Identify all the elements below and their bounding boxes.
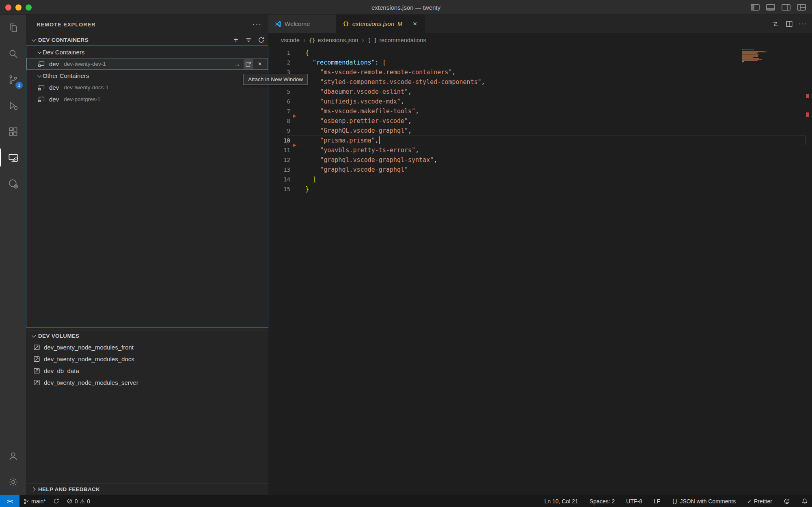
indentation-item[interactable]: Spaces: 2 <box>590 495 615 507</box>
code-line[interactable]: 14 ] <box>268 175 812 184</box>
sidebar-remote-explorer: REMOTE EXPLORER ··· DEV CONTAINERS + Dev… <box>26 15 268 495</box>
open-changes-icon[interactable] <box>770 18 781 30</box>
run-debug-icon[interactable] <box>0 93 26 119</box>
section-header-dev-containers[interactable]: DEV CONTAINERS + <box>26 34 268 45</box>
filter-icon[interactable] <box>244 35 253 45</box>
section-header-dev-volumes[interactable]: DEV VOLUMES <box>26 330 268 341</box>
code-line[interactable]: 1{ <box>268 48 812 58</box>
attach-in-new-window-icon[interactable] <box>244 59 253 69</box>
toggle-secondary-sidebar-icon[interactable] <box>781 2 791 12</box>
overview-ruler-mark[interactable] <box>806 94 809 98</box>
code-line[interactable]: 3 "ms-vscode-remote.remote-containers", <box>268 67 812 77</box>
code-line[interactable]: 2 "recommendations": [ <box>268 58 812 67</box>
settings-gear-icon[interactable] <box>0 469 26 495</box>
code-line[interactable]: 9 "GraphQL.vscode-graphql", <box>268 126 812 136</box>
line-number: 1 <box>268 48 290 58</box>
encoding-item[interactable]: UTF-8 <box>626 495 642 507</box>
container-name: dev <box>49 96 59 103</box>
check-icon: ✓ <box>747 498 752 505</box>
code-editor[interactable]: 1{2 "recommendations": [3 "ms-vscode-rem… <box>268 47 812 495</box>
section-header-help-and-feedback[interactable]: HELP AND FEEDBACK <box>26 483 268 495</box>
volume-item[interactable]: dev_twenty_node_modules_server <box>26 377 268 388</box>
volume-item[interactable]: dev_twenty_node_modules_front <box>26 341 268 353</box>
overview-ruler-mark[interactable] <box>806 112 809 117</box>
extensions-icon[interactable] <box>0 119 26 145</box>
code-line[interactable]: 12 "graphql.vscode-graphql-syntax", <box>268 155 812 165</box>
eol-item[interactable]: LF <box>654 495 660 507</box>
formatter-label: Prettier <box>754 498 772 505</box>
tab-bar: Welcome {} extensions.json M × ··· <box>268 15 812 33</box>
tree-group-dev-containers[interactable]: Dev Containers <box>26 46 268 58</box>
line-number: 11 <box>268 145 290 155</box>
toggle-primary-sidebar-icon[interactable] <box>750 2 760 12</box>
tree-item-dev-twenty-dev-1[interactable]: dev dev-twenty-dev-1 → × <box>26 58 268 70</box>
tab-extensions-json[interactable]: {} extensions.json M × <box>337 15 425 33</box>
code-line[interactable]: 11 "yoavbls.pretty-ts-errors", <box>268 145 812 155</box>
problems-item[interactable]: 0 ⚠ 0 <box>63 495 94 507</box>
container-description: dev-twenty-dev-1 <box>64 61 106 67</box>
code-line[interactable]: 8 "esbenp.prettier-vscode", <box>268 116 812 126</box>
breadcrumb-folder[interactable]: .vscode <box>279 37 300 43</box>
code-line[interactable]: 7 "ms-vscode.makefile-tools", <box>268 106 812 116</box>
container-description: dev-twenty-docs-1 <box>64 84 108 91</box>
code-line[interactable]: 13 "graphql.vscode-graphql" <box>268 165 812 175</box>
breadcrumbs: .vscode › {} extensions.json › [ ] recom… <box>268 33 812 47</box>
toggle-panel-icon[interactable] <box>766 2 775 12</box>
warnings-count: 0 <box>87 498 90 505</box>
volume-item[interactable]: dev_twenty_node_modules_docs <box>26 353 268 365</box>
code-line[interactable]: 6 "unifiedjs.vscode-mdx", <box>268 97 812 106</box>
split-editor-icon[interactable] <box>784 18 795 30</box>
accounts-icon[interactable] <box>0 443 26 469</box>
git-branch-item[interactable]: main* <box>19 495 50 507</box>
code-line[interactable]: 4 "styled-components.vscode-styled-compo… <box>268 77 812 87</box>
volume-icon <box>33 356 41 362</box>
section-label: HELP AND FEEDBACK <box>38 486 100 492</box>
source-control-icon[interactable]: 1 <box>0 67 26 93</box>
feedback-icon[interactable] <box>784 495 790 507</box>
breadcrumb-symbol[interactable]: recommendations <box>379 37 426 43</box>
remote-indicator[interactable]: >< <box>0 495 19 507</box>
language-mode-item[interactable]: {} JSON with Comments <box>672 495 736 507</box>
container-name: dev <box>49 84 59 91</box>
git-deleted-marker[interactable] <box>293 114 296 118</box>
customize-layout-icon[interactable] <box>797 2 806 12</box>
branch-name: main* <box>31 498 46 505</box>
tree-group-other-containers[interactable]: Other Containers <box>26 70 268 82</box>
volume-item[interactable]: dev_db_data <box>26 365 268 377</box>
volume-icon <box>33 379 41 386</box>
attach-to-container-icon[interactable]: → <box>232 59 242 69</box>
cursor-position-item[interactable]: Ln 10, Col 21 <box>544 495 578 507</box>
line-number: 12 <box>268 155 290 165</box>
sync-changes-item[interactable] <box>50 495 63 507</box>
new-dev-container-icon[interactable]: + <box>231 35 241 45</box>
search-icon[interactable] <box>0 41 26 67</box>
containers-icon[interactable] <box>0 170 26 196</box>
remote-explorer-icon[interactable] <box>0 145 26 170</box>
json-icon: {} <box>309 37 315 43</box>
code-line[interactable]: 10 "prisma.prisma", <box>268 136 812 145</box>
refresh-icon[interactable] <box>256 35 266 45</box>
git-deleted-marker[interactable] <box>293 143 296 147</box>
line-number: 13 <box>268 165 290 175</box>
breadcrumb-file[interactable]: extensions.json <box>317 37 358 43</box>
minimap[interactable] <box>742 47 771 63</box>
more-actions-icon[interactable]: ··· <box>253 15 262 34</box>
more-actions-icon[interactable]: ··· <box>797 18 809 30</box>
warnings-icon: ⚠ <box>80 498 85 504</box>
code-line[interactable]: 15} <box>268 184 812 194</box>
vscode-logo-icon <box>274 20 281 27</box>
tab-welcome[interactable]: Welcome <box>268 15 337 33</box>
tree-item-dev-twenty-docs-1[interactable]: dev dev-twenty-docs-1 <box>26 82 268 93</box>
line-number: 14 <box>268 175 290 184</box>
stop-container-icon[interactable]: × <box>255 59 265 69</box>
section-label: DEV VOLUMES <box>38 333 80 339</box>
line-number: 9 <box>268 126 290 136</box>
formatter-item[interactable]: ✓ Prettier <box>747 495 772 507</box>
line-number: 8 <box>268 116 290 126</box>
explorer-icon[interactable] <box>0 15 26 41</box>
notifications-bell-icon[interactable] <box>801 495 808 507</box>
code-line[interactable]: 5 "dbaeumer.vscode-eslint", <box>268 87 812 97</box>
close-tab-icon[interactable]: × <box>410 19 419 28</box>
errors-count: 0 <box>75 498 78 505</box>
tree-item-dev-postgres-1[interactable]: dev dev-postgres-1 <box>26 93 268 105</box>
